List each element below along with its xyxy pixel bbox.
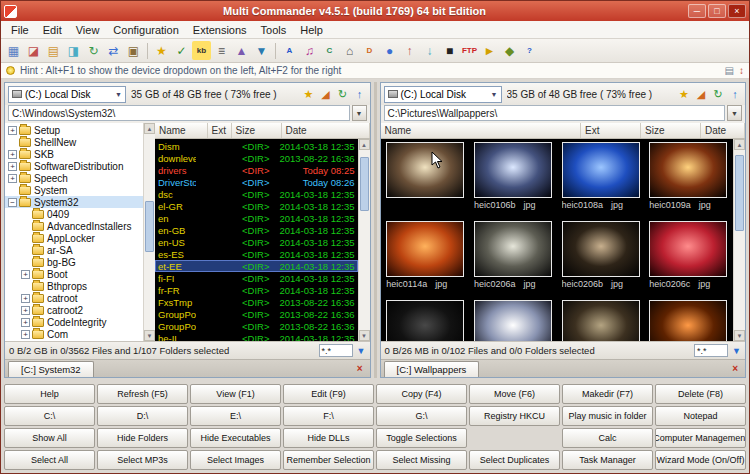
tree-item-softwaredistribution[interactable]: +SoftwareDistribution [5,160,143,172]
search-icon[interactable]: ● [380,41,399,60]
file-row-grouppolicy[interactable]: GroupPolicy<DIR>2013-08-22 16:36 [155,308,358,320]
plugin-icon[interactable]: ◆ [500,41,519,60]
minimize-button[interactable]: ─ [688,4,706,18]
file-row-he-il[interactable]: he-IL<DIR>2014-03-18 12:35 [155,332,358,341]
button-select-all[interactable]: Select All [4,450,95,470]
tree-expander[interactable]: + [21,318,30,327]
tree-item-system32[interactable]: −System32 [5,196,143,208]
file-row-en[interactable]: en<DIR>2014-03-18 12:35 [155,212,358,224]
file-row-drivers[interactable]: drivers<DIR>Today 08:25 [155,164,358,176]
tree-expander[interactable]: + [8,126,17,135]
scroll-down-button[interactable]: ▼ [359,330,370,341]
file-row-en-us[interactable]: en-US<DIR>2014-03-18 12:35 [155,236,358,248]
thumbnail-item[interactable] [645,300,731,341]
button-registry-hkcu[interactable]: Registry HKCU [469,406,560,426]
parent-folder-icon[interactable]: ↑ [728,87,742,101]
button-select-missing[interactable]: Select Missing [376,450,467,470]
file-row-driverstore[interactable]: DriverStore<DIR>Today 08:26 [155,176,358,188]
button-view-f1[interactable]: View (F1) [190,384,281,404]
column-header-name[interactable]: Name [381,123,582,138]
scroll-thumb[interactable] [360,157,369,211]
font-icon[interactable]: A [280,41,299,60]
scroll-thumb[interactable] [735,155,744,231]
tree-expander[interactable]: + [21,306,30,315]
favorites-icon[interactable]: ★ [302,87,316,101]
tree-item-codeintegrity[interactable]: +CodeIntegrity [5,316,143,328]
tree-item-catroot2[interactable]: +catroot2 [5,304,143,316]
file-row-et-ee[interactable]: et-EE<DIR>2014-03-18 12:35 [155,260,358,272]
maximize-button[interactable]: □ [708,4,726,18]
favorites-icon[interactable]: ★ [152,41,171,60]
tab-close-icon[interactable]: × [353,363,367,374]
view-list-icon[interactable]: ≡ [212,41,231,60]
thumbnail-item[interactable] [383,300,469,341]
tree-expander[interactable]: + [8,162,17,171]
tree-scrollbar[interactable]: ▲ ▼ [143,123,155,341]
tree-item-setup[interactable]: +Setup [5,124,143,136]
tab-close-icon[interactable]: × [728,363,742,374]
tree-expander[interactable]: + [8,150,17,159]
column-header-size[interactable]: Size [232,123,282,138]
right-path-input[interactable]: C:\Pictures\Wallpappers\ [384,105,726,121]
button-makedir-f7[interactable]: Makedir (F7) [562,384,653,404]
file-row-dsc[interactable]: dsc<DIR>2014-03-18 12:35 [155,188,358,200]
layout-grid-icon[interactable]: ▦ [4,41,23,60]
tree-item-0409[interactable]: 0409 [5,208,143,220]
menu-item-edit[interactable]: Edit [36,23,69,37]
funnel-icon[interactable]: ▼ [357,346,366,356]
menu-item-configuration[interactable]: Configuration [106,23,185,37]
column-header-ext[interactable]: Ext [208,123,232,138]
parent-folder-icon[interactable]: ↑ [353,87,367,101]
right-path-history-button[interactable]: ▼ [727,105,742,121]
tree-expander[interactable]: + [21,270,30,279]
thumbnail-item-heic0206c[interactable]: heic0206cjpg [645,221,731,300]
scroll-up-button[interactable]: ▲ [359,139,370,150]
tree-item-skb[interactable]: +SKB [5,148,143,160]
file-list-scrollbar[interactable]: ▲ ▼ [358,139,370,341]
refresh-icon[interactable]: ↻ [84,41,103,60]
column-header-ext[interactable]: Ext [581,123,641,138]
edit-path-icon[interactable]: ◢ [319,87,333,101]
folder-options-icon[interactable]: ▤ [44,41,63,60]
menu-item-file[interactable]: File [4,23,36,37]
scroll-down-button[interactable]: ▼ [734,330,745,341]
tree-item-bg-bg[interactable]: bg-BG [5,256,143,268]
resize-panes-icon[interactable]: ↕ [739,65,744,76]
button-copy-f4[interactable]: Copy (F4) [376,384,467,404]
scroll-down-button[interactable]: ▼ [144,330,155,341]
tree-item-boot[interactable]: +Boot [5,268,143,280]
file-row-fr-fr[interactable]: fr-FR<DIR>2014-03-18 12:35 [155,284,358,296]
tree-item-applocker[interactable]: AppLocker [5,232,143,244]
button-task-manager[interactable]: Task Manager [562,450,653,470]
scroll-up-button[interactable]: ▲ [144,123,155,134]
edit-path-icon[interactable]: ◢ [694,87,708,101]
column-header-date[interactable]: Date [701,123,745,138]
scroll-thumb[interactable] [145,201,154,252]
menu-item-help[interactable]: Help [293,23,330,37]
button-toggle-selections[interactable]: Toggle Selections [376,428,467,448]
tree-item-speech[interactable]: +Speech [5,172,143,184]
button-select-images[interactable]: Select Images [190,450,281,470]
right-tab[interactable]: [C:] Wallpappers [384,361,480,377]
column-header-date[interactable]: Date [282,123,370,138]
tree-item-ar-sa[interactable]: ar-SA [5,244,143,256]
button-show-all[interactable]: Show All [4,428,95,448]
left-path-input[interactable]: C:\Windows\System32\ [8,105,350,121]
tree-expander[interactable]: − [8,198,17,207]
right-filter-input[interactable]: *.* [694,344,728,357]
button-hide-executables[interactable]: Hide Executables [190,428,281,448]
run-icon[interactable]: ► [480,41,499,60]
tree-expander[interactable]: + [8,174,17,183]
refresh-icon[interactable]: ↻ [336,87,350,101]
button-c[interactable]: C:\ [4,406,95,426]
keyboard-icon[interactable]: kb [192,41,211,60]
help-icon[interactable]: ? [520,41,539,60]
left-filter-input[interactable]: *.* [319,344,353,357]
button-refresh-f5[interactable]: Refresh (F5) [97,384,188,404]
button-computer-management[interactable]: Computer Management [655,428,746,448]
favorites-icon[interactable]: ★ [677,87,691,101]
menu-item-view[interactable]: View [69,23,107,37]
button-calc[interactable]: Calc [562,428,653,448]
left-drive-selector[interactable]: (C:) Local Disk ▼ [8,86,126,103]
file-row-fi-fi[interactable]: fi-FI<DIR>2014-03-18 12:35 [155,272,358,284]
